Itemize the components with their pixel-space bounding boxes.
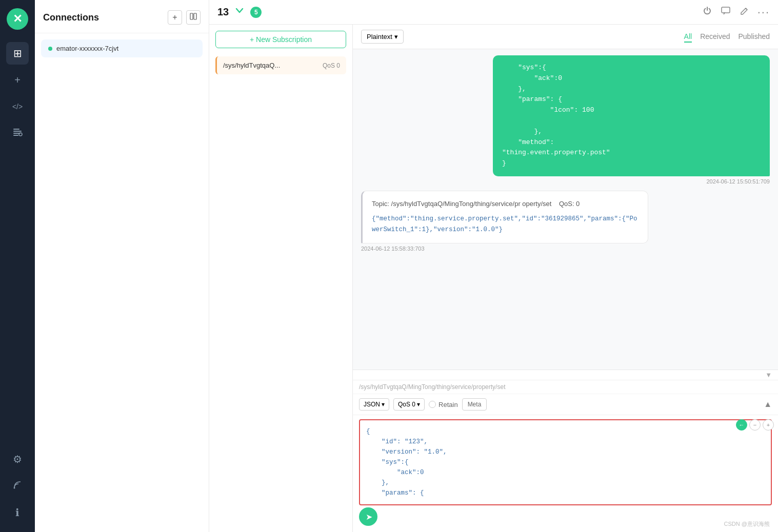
main-topbar: 13 5 [209,0,778,25]
nav-minus-button[interactable]: − [749,419,761,431]
split-view-button[interactable] [186,10,201,25]
nav-left-button[interactable]: ← [736,419,747,431]
split-icon [190,13,197,22]
message-list: "sys":{ "ack":0 }, "params": { "lcon": 1… [353,49,778,370]
connection-item[interactable]: emator-xxxxxxx-7cjvt [41,39,203,57]
chevron-icon: ▾ [394,33,398,40]
chevron-down-icon[interactable] [234,5,245,19]
qos-select[interactable]: QoS 0 ▾ [393,398,425,411]
sidebar-item-feed[interactable] [6,475,29,497]
composer-toolbar: JSON ▾ QoS 0 ▾ Retain Meta ▲ [353,394,778,415]
sidebar-item-add[interactable]: + [6,69,29,91]
json-chevron-icon: ▾ [382,401,385,408]
svg-rect-7 [194,13,196,19]
settings-icon: ⚙ [13,453,22,465]
published-message: "sys":{ "ack":0 }, "params": { "lcon": 1… [493,55,770,185]
tab-all[interactable]: All [684,31,692,43]
message-badge: 5 [250,7,262,18]
received-message-body: {"method":"thing.service.property.set","… [372,214,639,236]
connections-actions: + [168,10,201,25]
nav-plus-button[interactable]: + [763,419,774,431]
published-message-bubble: "sys":{ "ack":0 }, "params": { "lcon": 1… [493,55,770,176]
received-message-time: 2024-06-12 15:58:33:703 [361,245,648,252]
tab-published[interactable]: Published [739,31,770,43]
connections-panel: Connections + emator-xxxxxxx-7cjvt [35,0,209,532]
scroll-down-button[interactable]: ▼ [765,371,772,379]
format-select[interactable]: Plaintext ▾ [361,30,404,44]
sidebar-item-info[interactable]: ℹ [6,501,29,524]
watermark: CSDN @意识海熊 [724,520,770,528]
retain-label: Retain [438,401,458,408]
add-icon: + [14,74,21,86]
comment-icon[interactable] [721,6,731,18]
code-icon: </> [12,103,23,111]
retain-radio[interactable] [429,401,436,408]
code-editor[interactable]: { "id": "123", "version": "1.0", "sys":{… [359,419,772,505]
connections-title: Connections [43,12,99,23]
sidebar-item-settings[interactable]: ⚙ [6,448,29,470]
sidebar-item-logs[interactable] [6,122,29,145]
send-icon: ➤ [366,512,372,522]
logo[interactable]: ✕ [7,8,28,30]
svg-rect-1 [13,131,22,132]
connections-icon: ⊞ [13,47,22,59]
json-format-select[interactable]: JSON ▾ [359,398,389,411]
qos-chevron-icon: ▾ [417,401,420,408]
subscription-topic: /sys/hyldTvgtqaQ... [223,62,280,69]
filter-tabs: All Received Published [684,31,770,43]
messages-area: Plaintext ▾ All Received Published "sys"… [353,25,778,532]
received-message: Topic: /sys/hyldTvgtqaQ/MingTong/thing/s… [361,191,648,252]
subscriptions-header: + New Subscription [209,25,352,54]
new-subscription-button[interactable]: + New Subscription [215,31,346,48]
svg-point-5 [14,487,15,488]
main-content: + New Subscription /sys/hyldTvgtqaQ... Q… [209,25,778,532]
sidebar-item-connections[interactable]: ⊞ [6,42,29,65]
feed-icon [12,480,23,493]
svg-rect-0 [13,129,19,130]
info-icon: ℹ [15,506,19,519]
svg-point-4 [19,133,22,136]
power-icon[interactable] [702,6,712,18]
composer-area: ▼ /sys/hyldTvgtqaQ/MingTong/thing/servic… [353,370,778,532]
retain-option[interactable]: Retain [429,401,458,408]
received-message-topic: Topic: /sys/hyldTvgtqaQ/MingTong/thing/s… [372,198,639,210]
tab-received[interactable]: Received [700,31,730,43]
connection-name: emator-xxxxxxx-7cjvt [56,45,118,52]
json-label: JSON [364,401,380,408]
svg-rect-8 [722,7,730,13]
expand-icon[interactable]: ▲ [764,400,772,409]
subscription-qos: QoS 0 [323,62,340,69]
format-label: Plaintext [367,33,392,40]
plus-icon: + [172,13,177,22]
qos-label: QoS 0 [398,401,415,408]
send-button[interactable]: ➤ [359,507,377,526]
connections-header: Connections + [35,0,209,33]
sidebar-item-code[interactable]: </> [6,95,29,118]
more-icon[interactable]: ··· [757,6,770,19]
svg-rect-6 [190,13,193,19]
code-editor-nav: ← − + [736,419,774,431]
logs-icon [12,127,23,140]
topbar-right: ··· [702,6,770,19]
meta-button[interactable]: Meta [462,398,487,411]
message-count: 13 [217,6,229,18]
published-message-time: 2024-06-12 15:50:51:709 [493,178,770,185]
svg-rect-3 [13,135,18,136]
topbar-left: 13 5 [217,5,262,19]
add-connection-button[interactable]: + [168,10,182,25]
subscriptions-panel: + New Subscription /sys/hyldTvgtqaQ... Q… [209,25,353,532]
composer-topic-bar: /sys/hyldTvgtqaQ/MingTong/thing/service/… [353,380,778,394]
main-panel: 13 5 [209,0,778,532]
filter-bar: Plaintext ▾ All Received Published [353,25,778,49]
subscription-item[interactable]: /sys/hyldTvgtqaQ... QoS 0 [215,56,346,74]
sidebar: ✕ ⊞ + </> ⚙ ℹ [0,0,35,532]
connection-status-dot [48,47,52,51]
received-message-bubble: Topic: /sys/hyldTvgtqaQ/MingTong/thing/s… [361,191,648,243]
edit-icon[interactable] [739,6,749,18]
